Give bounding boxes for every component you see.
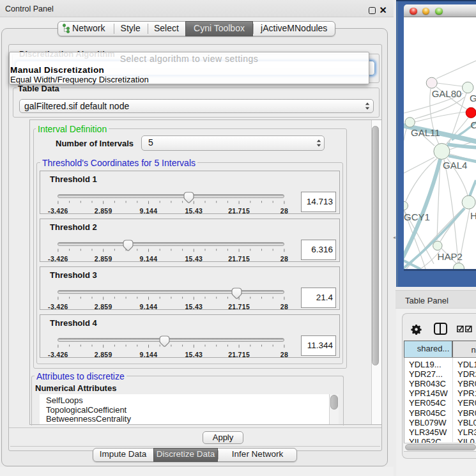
svg-text:GAL80: GAL80 [432,88,462,99]
svg-text:HAP2: HAP2 [438,251,463,262]
svg-text:CA: CA [471,119,476,130]
svg-text:GAL4: GAL4 [443,160,467,171]
svg-text:GCY1: GCY1 [404,211,430,222]
svg-text:HL: HL [470,210,476,221]
svg-text:GAL11: GAL11 [411,127,440,138]
svg-text:GA: GA [470,93,476,104]
